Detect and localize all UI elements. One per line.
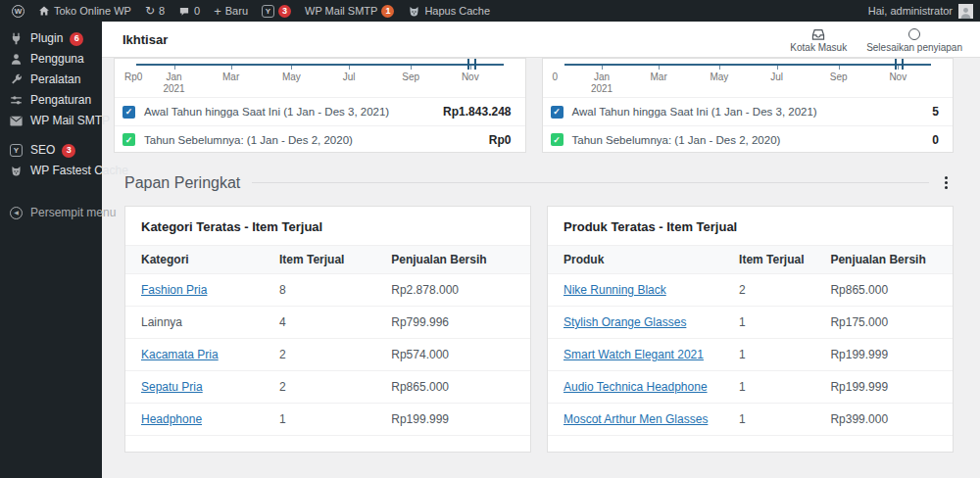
series-checkbox[interactable]	[551, 106, 564, 119]
users-icon	[9, 53, 24, 66]
updates-icon: ↻	[145, 5, 155, 17]
sidebar-item-label: Peralatan	[30, 72, 80, 87]
hapus-cache-button[interactable]: Hapus Cache	[401, 0, 497, 22]
yoast-seo-menu[interactable]: Y 3	[255, 0, 298, 22]
sidebar-item-plugin[interactable]: Plugin 6	[0, 28, 102, 49]
series-label: Awal Tahun hingga Saat Ini (1 Jan - Des …	[144, 106, 389, 118]
site-name-link[interactable]: Toko Online WP	[31, 0, 138, 22]
product-link[interactable]: Audio Technica Headphone	[564, 380, 708, 394]
net-sales-value: Rp574.000	[391, 348, 514, 361]
net-sales-value: Rp799.996	[391, 315, 514, 329]
series-total: Rp1.843.248	[443, 105, 511, 119]
yoast-seo-icon: Y	[9, 144, 24, 157]
legend-row-previous-period[interactable]: Tahun Sebelumnya: (1 Jan - Des 2, 2020) …	[543, 125, 954, 153]
net-sales-value: Rp199.999	[391, 412, 514, 426]
sidebar-separator	[0, 131, 102, 140]
wp-mail-smtp-badge: 1	[381, 5, 394, 18]
admin-bar-left: W Toko Online WP ↻ 8 0 + Baru Y 3 WP Mai…	[0, 0, 497, 22]
collapse-menu-button[interactable]: ◀ Persempit menu	[0, 203, 102, 223]
page-title: Ikhtisar	[122, 32, 168, 47]
legend-row-current-period[interactable]: Awal Tahun hingga Saat Ini (1 Jan - Des …	[543, 98, 954, 125]
header-actions: Kotak Masuk Selesaikan penyiapan	[790, 26, 962, 53]
top-categories-card: Kategori Teratas - Item Terjual Kategori…	[124, 206, 531, 453]
sidebar-item-seo[interactable]: Y SEO 3	[0, 140, 102, 161]
avatar[interactable]	[958, 4, 973, 19]
sidebar-item-wp-mail-smtp[interactable]: WP Mail SMTP	[0, 111, 102, 131]
category-link[interactable]: Fashion Pria	[141, 283, 207, 297]
series-checkbox[interactable]	[122, 106, 135, 119]
section-title: Papan Peringkat	[124, 174, 240, 192]
updates-link[interactable]: ↻ 8	[138, 0, 172, 22]
user-greeting[interactable]: Hai, administrator	[868, 5, 953, 17]
section-divider	[252, 182, 929, 183]
sidebar-item-wp-fastest-cache[interactable]: WP Fastest Cache	[0, 161, 102, 181]
wp-mail-smtp-label: WP Mail SMTP	[305, 5, 377, 17]
main-content: Ikhtisar Kotak Masuk Selesaikan penyiapa…	[102, 22, 980, 478]
x-tick-label: Jul	[770, 72, 783, 83]
x-tick-label: Sep	[830, 72, 848, 83]
product-link[interactable]: Nike Running Black	[564, 283, 666, 297]
series-checkbox[interactable]	[122, 133, 135, 146]
sidebar-item-pengaturan[interactable]: Pengaturan	[0, 90, 102, 111]
column-header-product: Produk	[564, 253, 739, 266]
new-content-button[interactable]: + Baru	[207, 0, 255, 22]
sidebar-item-peralatan[interactable]: Peralatan	[0, 70, 102, 90]
table-row: Sepatu Pria 2 Rp865.000	[125, 371, 530, 404]
legend-row-previous-period[interactable]: Tahun Sebelumnya: (1 Jan - Des 2, 2020) …	[115, 125, 525, 153]
table-row: Smart Watch Elegant 2021 1 Rp199.999	[548, 339, 953, 371]
new-label: Baru	[225, 5, 248, 17]
collapse-menu-label: Persempit menu	[30, 206, 116, 220]
finish-setup-button[interactable]: Selesaikan penyiapan	[866, 26, 962, 53]
items-sold-value: 4	[279, 315, 391, 329]
items-sold-value: 1	[279, 412, 391, 426]
sidebar-item-label: Plugin	[30, 31, 63, 46]
sidebar-item-label: Pengguna	[30, 52, 84, 67]
net-sales-value: Rp865.000	[391, 380, 514, 394]
table-header-row: Produk Item Terjual Penjualan Bersih	[548, 245, 953, 274]
series-total: Rp0	[489, 133, 512, 147]
series-checkbox[interactable]	[551, 133, 564, 146]
product-link[interactable]: Moscot Arthur Men Glasses	[564, 412, 708, 426]
column-header-category: Kategori	[141, 253, 279, 266]
items-sold-value: 2	[739, 283, 830, 297]
finish-setup-label: Selesaikan penyiapan	[866, 42, 962, 53]
sidebar-item-label: WP Mail SMTP	[30, 114, 110, 128]
x-tick-label: Mar	[222, 72, 239, 83]
hapus-cache-label: Hapus Cache	[424, 5, 490, 17]
product-link[interactable]: Smart Watch Elegant 2021	[564, 348, 704, 361]
items-sold-value: 1	[739, 412, 830, 426]
column-header-net-sales: Penjualan Bersih	[830, 253, 937, 266]
net-sales-value: Rp199.999	[830, 348, 937, 361]
net-sales-value: Rp865.000	[830, 283, 937, 297]
column-header-net-sales: Penjualan Bersih	[391, 253, 514, 266]
y-axis-label: 0	[553, 72, 559, 82]
table-title: Produk Teratas - Item Terjual	[548, 207, 953, 245]
inbox-label: Kotak Masuk	[790, 42, 847, 53]
setup-progress-icon	[908, 28, 920, 40]
seo-badge: 3	[62, 144, 75, 158]
wordpress-menu[interactable]: W	[5, 0, 31, 22]
inbox-button[interactable]: Kotak Masuk	[790, 26, 847, 53]
x-axis-labels: Jan2021 Mar May Jul Sep Nov	[136, 59, 504, 97]
sidebar-item-pengguna[interactable]: Pengguna	[0, 49, 102, 70]
comments-link[interactable]: 0	[172, 0, 207, 22]
category-link[interactable]: Sepatu Pria	[141, 380, 203, 394]
wp-mail-smtp-menu[interactable]: WP Mail SMTP 1	[298, 0, 401, 22]
updates-count: 8	[159, 5, 165, 17]
product-link[interactable]: Stylish Orange Glasses	[564, 315, 686, 329]
category-link[interactable]: Kacamata Pria	[141, 348, 219, 361]
net-sales-chart[interactable]: Rp0 Jan2021 Mar May Jul Sep Nov	[115, 59, 525, 98]
yoast-icon: Y	[262, 5, 274, 18]
table-row: Stylish Orange Glasses 1 Rp175.000	[548, 307, 953, 339]
series-total: 0	[932, 133, 939, 147]
net-sales-chart-card: Rp0 Jan2021 Mar May Jul Sep Nov Awal Tah…	[114, 58, 526, 153]
legend-row-current-period[interactable]: Awal Tahun hingga Saat Ini (1 Jan - Des …	[115, 98, 525, 125]
admin-bar: W Toko Online WP ↻ 8 0 + Baru Y 3 WP Mai…	[0, 0, 980, 22]
items-sold-value: 2	[279, 348, 391, 361]
section-menu-button[interactable]	[941, 173, 952, 192]
x-tick-label: Mar	[650, 72, 666, 83]
net-sales-value: Rp175.000	[830, 315, 937, 329]
items-sold-chart[interactable]: 0 Jan2021 Mar May Jul Sep Nov	[543, 59, 954, 98]
category-link[interactable]: Headphone	[141, 412, 202, 426]
items-sold-value: 1	[739, 348, 830, 361]
